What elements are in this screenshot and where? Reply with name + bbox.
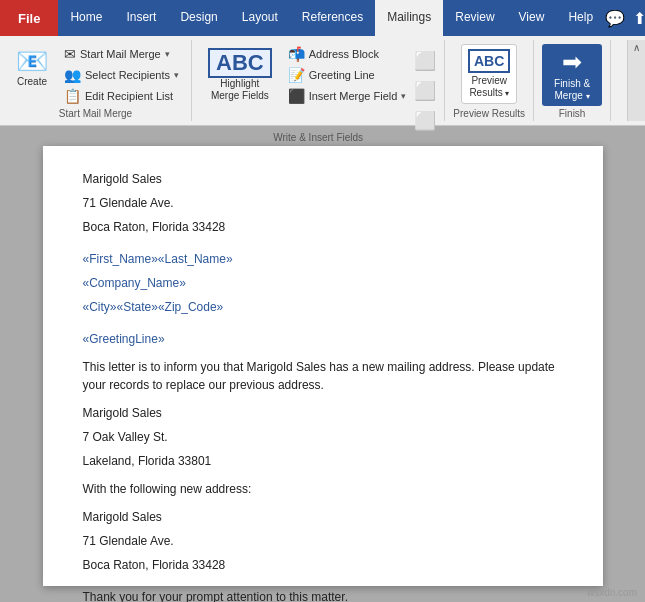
intro2-text: With the following new address: — [83, 480, 563, 498]
new-address-block: Marigold Sales 7 Oak Valley St. Lakeland… — [83, 404, 563, 470]
final-address1: 71 Glendale Ave. — [83, 532, 563, 550]
highlight-label: HighlightMerge Fields — [211, 78, 269, 102]
recipient-merge-block: «First_Name»«Last_Name» «Company_Name» «… — [83, 250, 563, 316]
ribbon-group-write-insert: ABC HighlightMerge Fields 📬 Address Bloc… — [192, 40, 445, 121]
collapse-icon: ∧ — [633, 42, 640, 53]
write-insert-small-col: 📬 Address Block 📝 Greeting Line ⬛ Insert… — [284, 44, 411, 106]
greeting-block: «GreetingLine» — [83, 330, 563, 348]
greeting-line: «GreetingLine» — [83, 330, 563, 348]
preview-content: ABC PreviewResults ▾ — [461, 40, 517, 108]
finish-merge-button[interactable]: ➡ Finish &Merge ▾ — [542, 44, 602, 106]
ribbon-group-start-mail-merge: 📧 Create ✉ Start Mail Merge ▾ 👥 Select R… — [0, 40, 192, 121]
highlight-merge-fields-button[interactable]: ABC HighlightMerge Fields — [200, 44, 280, 106]
start-mail-merge-buttons: 📧 Create ✉ Start Mail Merge ▾ 👥 Select R… — [8, 40, 183, 108]
start-mail-merge-label: Start Mail Merge — [80, 48, 161, 60]
ribbon-group-finish: ➡ Finish &Merge ▾ Finish — [534, 40, 611, 121]
new-sender-address: 7 Oak Valley St. — [83, 428, 563, 446]
start-mail-merge-button[interactable]: ✉ Start Mail Merge ▾ — [60, 44, 183, 64]
greeting-line-icon: 📝 — [288, 67, 305, 83]
new-sender-name: Marigold Sales — [83, 404, 563, 422]
tab-layout[interactable]: Layout — [230, 0, 290, 36]
create-button[interactable]: 📧 Create — [8, 44, 56, 92]
start-mail-merge-caret: ▾ — [165, 49, 170, 59]
insert-merge-field-label: Insert Merge Field — [309, 90, 398, 102]
document-page[interactable]: Marigold Sales 71 Glendale Ave. Boca Rat… — [43, 146, 603, 586]
preview-group-label: Preview Results — [453, 108, 525, 121]
chat-icon[interactable]: 💬 — [605, 9, 625, 28]
write-insert-group-label: Write & Insert Fields — [200, 132, 436, 145]
select-recipients-button[interactable]: 👥 Select Recipients ▾ — [60, 65, 183, 85]
create-label: Create — [17, 76, 47, 88]
body-block: This letter is to inform you that Marigo… — [83, 358, 563, 394]
final-city: Boca Raton, Florida 33428 — [83, 556, 563, 574]
sender-address1: 71 Glendale Ave. — [83, 194, 563, 212]
ribbon-collapse-button[interactable]: ∧ — [627, 40, 645, 121]
new-sender-city: Lakeland, Florida 33801 — [83, 452, 563, 470]
mail-merge-col: ✉ Start Mail Merge ▾ 👥 Select Recipients… — [60, 44, 183, 106]
address-block-button[interactable]: 📬 Address Block — [284, 44, 411, 64]
address-block-label: Address Block — [309, 48, 379, 60]
document-area: Marigold Sales 71 Glendale Ave. Boca Rat… — [0, 126, 645, 602]
tab-home[interactable]: Home — [58, 0, 114, 36]
tab-mailings[interactable]: Mailings — [375, 0, 443, 36]
write-insert-content: ABC HighlightMerge Fields 📬 Address Bloc… — [200, 40, 436, 132]
merge-company: «Company_Name» — [83, 274, 563, 292]
edit-recipient-list-button[interactable]: 📋 Edit Recipient List — [60, 86, 183, 106]
tab-view[interactable]: View — [507, 0, 557, 36]
merge-first-last: «First_Name»«Last_Name» — [83, 250, 563, 268]
preview-icon: ABC — [468, 49, 510, 73]
ribbon-tab-bar: File Home Insert Design Layout Reference… — [0, 0, 645, 36]
closing-block: Thank you for your prompt attention to t… — [83, 588, 563, 602]
tab-design[interactable]: Design — [168, 0, 229, 36]
tab-review[interactable]: Review — [443, 0, 506, 36]
finish-group-label: Finish — [542, 108, 602, 121]
finish-label: Finish &Merge ▾ — [554, 78, 590, 102]
sender-city-state-zip: Boca Raton, Florida 33428 — [83, 218, 563, 236]
edit-recipient-label: Edit Recipient List — [85, 90, 173, 102]
address-block-icon: 📬 — [288, 46, 305, 62]
preview-label: PreviewResults ▾ — [469, 75, 509, 99]
preview-results-button[interactable]: ABC PreviewResults ▾ — [461, 44, 517, 104]
merge-icon-1: ⬜ — [414, 50, 436, 72]
extra-icons-col: ⬜ ⬜ ⬜ — [414, 44, 436, 132]
insert-merge-field-button[interactable]: ⬛ Insert Merge Field ▾ — [284, 86, 411, 106]
select-recipients-label: Select Recipients — [85, 69, 170, 81]
final-address-block: Marigold Sales 71 Glendale Ave. Boca Rat… — [83, 508, 563, 574]
finish-content: ➡ Finish &Merge ▾ — [542, 40, 602, 108]
highlight-icon: ABC — [208, 48, 272, 78]
closing-text: Thank you for your prompt attention to t… — [83, 588, 563, 602]
finish-icon: ➡ — [562, 48, 582, 76]
insert-merge-caret: ▾ — [401, 91, 406, 101]
sender-block: Marigold Sales 71 Glendale Ave. Boca Rat… — [83, 170, 563, 236]
edit-recipient-icon: 📋 — [64, 88, 81, 104]
greeting-line-label: Greeting Line — [309, 69, 375, 81]
select-recipients-icon: 👥 — [64, 67, 81, 83]
intro2-block: With the following new address: — [83, 480, 563, 498]
body-text-1: This letter is to inform you that Marigo… — [83, 358, 563, 394]
start-mail-merge-icon: ✉ — [64, 46, 76, 62]
tab-insert[interactable]: Insert — [114, 0, 168, 36]
merge-icon-2: ⬜ — [414, 80, 436, 102]
greeting-line-button[interactable]: 📝 Greeting Line — [284, 65, 411, 85]
merge-city-state-zip: «City»«State»«Zip_Code» — [83, 298, 563, 316]
ribbon-group-preview: ABC PreviewResults ▾ Preview Results — [445, 40, 534, 121]
select-recipients-caret: ▾ — [174, 70, 179, 80]
create-icon: 📧 — [16, 48, 48, 74]
start-mail-merge-group-label: Start Mail Merge — [8, 108, 183, 121]
merge-icon-3: ⬜ — [414, 110, 436, 132]
sender-name: Marigold Sales — [83, 170, 563, 188]
share-icon[interactable]: ⬆ — [633, 9, 645, 28]
insert-merge-field-icon: ⬛ — [288, 88, 305, 104]
ribbon: 📧 Create ✉ Start Mail Merge ▾ 👥 Select R… — [0, 36, 645, 126]
final-sender-name: Marigold Sales — [83, 508, 563, 526]
tab-references[interactable]: References — [290, 0, 375, 36]
tab-file[interactable]: File — [0, 0, 58, 36]
tab-help[interactable]: Help — [556, 0, 605, 36]
